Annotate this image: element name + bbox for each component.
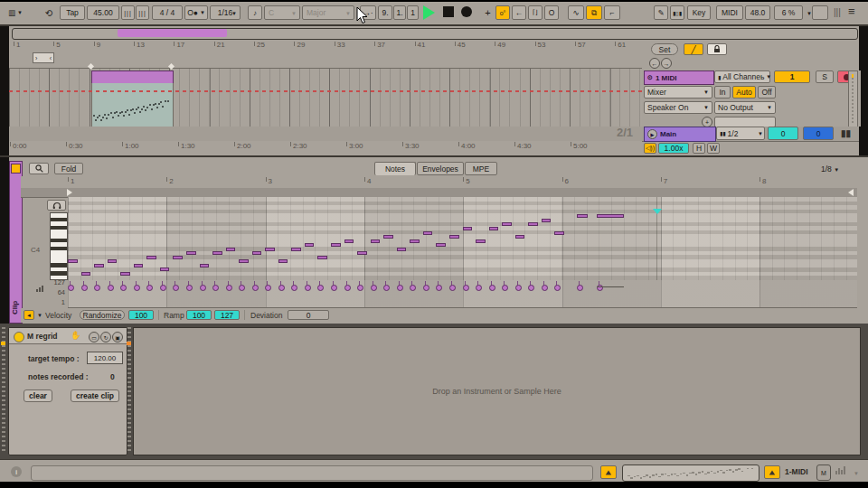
velocity-marker[interactable] (265, 285, 271, 291)
velocity-marker[interactable] (239, 285, 245, 291)
velocity-marker[interactable] (186, 285, 193, 291)
time-label: 0:00 (13, 142, 27, 150)
midi-note[interactable] (476, 239, 486, 243)
velocity-marker[interactable] (317, 285, 324, 291)
overview-mini-note (649, 476, 652, 478)
velocity-marker[interactable] (344, 285, 351, 291)
midi-note[interactable] (291, 248, 301, 251)
velocity-marker[interactable] (200, 285, 206, 291)
overview-mini-note (707, 472, 710, 474)
velocity-marker[interactable] (173, 285, 179, 291)
midi-note[interactable] (317, 256, 327, 259)
velocity-marker[interactable] (449, 285, 456, 291)
velocity-marker[interactable] (489, 285, 495, 291)
clip-mini-note (146, 107, 148, 108)
midi-note[interactable] (344, 239, 354, 243)
clip-mini-note (95, 119, 97, 121)
velocity-marker[interactable] (357, 285, 363, 291)
velocity-marker[interactable] (81, 285, 88, 291)
midi-note[interactable] (489, 227, 499, 230)
midi-note[interactable] (68, 259, 78, 263)
velocity-marker[interactable] (371, 285, 377, 291)
ruler-tick (615, 42, 616, 46)
velocity-marker[interactable] (108, 285, 114, 291)
midi-note[interactable] (120, 272, 130, 276)
velocity-marker[interactable] (278, 285, 285, 291)
velocity-marker[interactable] (554, 285, 561, 291)
midi-note[interactable] (212, 251, 222, 255)
velocity-marker[interactable] (331, 285, 337, 291)
midi-note[interactable] (397, 248, 407, 251)
midi-note[interactable] (357, 251, 367, 255)
midi-note[interactable] (449, 235, 459, 239)
velocity-marker[interactable] (502, 285, 508, 291)
midi-note[interactable] (502, 222, 512, 226)
midi-note[interactable] (134, 264, 144, 267)
velocity-marker[interactable] (383, 285, 390, 291)
midi-note[interactable] (108, 259, 118, 263)
midi-note[interactable] (200, 264, 210, 267)
velocity-marker[interactable] (423, 285, 429, 291)
midi-note[interactable] (239, 259, 249, 263)
midi-note[interactable] (252, 251, 262, 255)
midi-note[interactable] (463, 227, 473, 230)
ruler-number: 49 (497, 41, 505, 49)
midi-note[interactable] (81, 272, 91, 276)
velocity-marker[interactable] (160, 285, 166, 291)
overview-mini-note (735, 469, 738, 471)
velocity-marker[interactable] (120, 285, 127, 291)
midi-note[interactable] (305, 243, 315, 247)
velocity-marker[interactable] (436, 285, 442, 291)
velocity-marker[interactable] (397, 285, 403, 291)
midi-note[interactable] (542, 219, 552, 222)
midi-note[interactable] (371, 239, 381, 243)
midi-note[interactable] (331, 243, 341, 247)
velocity-marker[interactable] (476, 285, 482, 291)
velocity-marker[interactable] (410, 285, 416, 291)
overview-mini-note (627, 475, 630, 477)
midi-note[interactable] (160, 267, 170, 271)
clip-bar-number: 6 (565, 177, 569, 185)
midi-note[interactable] (410, 239, 420, 243)
midi-note[interactable] (423, 231, 433, 235)
velocity-marker[interactable] (463, 285, 469, 291)
midi-note[interactable] (94, 264, 104, 267)
clip-mini-note (128, 114, 130, 116)
midi-note[interactable] (265, 248, 275, 251)
midi-note[interactable] (515, 235, 525, 239)
velocity-marker[interactable] (577, 285, 583, 291)
ruler-number: 13 (137, 41, 145, 49)
velocity-marker[interactable] (515, 285, 522, 291)
velocity-marker[interactable] (542, 285, 548, 291)
overview-mini-note (680, 474, 683, 475)
midi-note[interactable] (528, 222, 538, 226)
ruler-tick (575, 42, 576, 46)
midi-note[interactable] (186, 251, 196, 255)
velocity-marker[interactable] (226, 285, 232, 291)
velocity-marker[interactable] (94, 285, 100, 291)
midi-note[interactable] (146, 256, 156, 259)
overview-mini-note (732, 471, 735, 473)
clip-bar-tick (562, 177, 563, 182)
midi-note[interactable] (173, 256, 183, 259)
clip-mini-note (155, 103, 156, 105)
velocity-marker[interactable] (305, 285, 311, 291)
midi-note[interactable] (226, 248, 236, 251)
velocity-marker[interactable] (528, 285, 534, 291)
overview-mini-note (665, 474, 667, 475)
midi-note[interactable] (554, 231, 564, 235)
midi-note[interactable] (278, 259, 288, 263)
midi-note[interactable] (436, 243, 446, 247)
velocity-marker[interactable] (134, 285, 140, 291)
velocity-marker[interactable] (252, 285, 259, 291)
velocity-marker[interactable] (212, 285, 219, 291)
ruler-number: 33 (337, 41, 345, 49)
midi-note[interactable] (383, 235, 393, 239)
ruler-tick (495, 42, 495, 46)
clip-mini-note (162, 106, 164, 108)
velocity-marker[interactable] (291, 285, 297, 291)
velocity-marker[interactable] (146, 285, 153, 291)
velocity-marker[interactable] (68, 285, 74, 291)
midi-note[interactable] (577, 214, 588, 218)
midi-note[interactable] (597, 214, 625, 218)
